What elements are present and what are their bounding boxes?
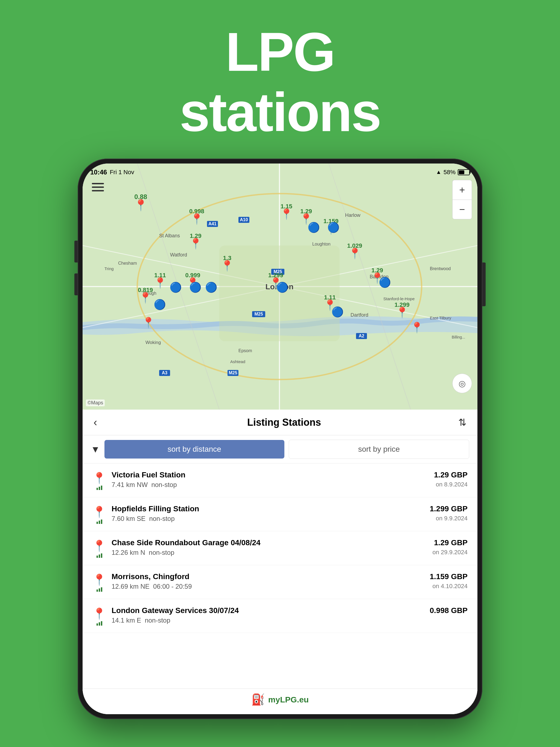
tab-bar-text: myLPG.eu <box>268 695 309 704</box>
station-list-container: ‹ Listing Stations ⇅ ▼ sort by distance … <box>82 410 478 714</box>
station-price-2: 1.29 GBP <box>433 538 467 547</box>
map-marker-blue-6[interactable]: 🔵 <box>276 282 288 293</box>
zoom-out-button[interactable]: − <box>452 200 472 219</box>
map-marker-13[interactable]: 0.819 📍 <box>138 287 153 302</box>
map-marker-blue-2[interactable]: 🔵 <box>327 223 339 232</box>
page-title: Listing Stations <box>247 417 321 428</box>
station-item-4[interactable]: 📍 London Gateway Services 30/07/24 14.1 … <box>82 599 478 633</box>
pin-icon-1: 📍 <box>93 506 106 518</box>
map-attribution: ©Maps <box>86 400 105 406</box>
station-info-1: Hopfields Filling Station 7.60 km SE non… <box>111 505 430 522</box>
station-price-info-4: 0.998 GBP <box>430 606 467 617</box>
map-marker-blue-9[interactable]: 🔵 <box>154 299 166 310</box>
svg-text:Watford: Watford <box>170 252 187 258</box>
location-icon: ◎ <box>459 379 466 388</box>
map-marker-6[interactable]: 1.029 📍 <box>347 242 362 258</box>
station-price-info-3: 1.159 GBP on 4.10.2024 <box>430 572 467 590</box>
svg-text:Ashtead: Ashtead <box>230 359 245 364</box>
station-meta-3: 12.69 km NE 06:00 - 20:59 <box>111 583 430 590</box>
zoom-in-button[interactable]: + <box>452 180 472 200</box>
filter-icon[interactable]: ▼ <box>91 444 100 455</box>
map-marker-blue-8[interactable]: 🔵 <box>331 306 344 318</box>
hamburger-line-3 <box>92 190 104 191</box>
device-screen: London Watford Slough Loughton Basildon … <box>82 163 478 714</box>
map-marker-0[interactable]: 0.88 📍 <box>134 193 148 209</box>
map-marker-8[interactable]: 1.11 📍 <box>154 272 167 287</box>
svg-text:Dartford: Dartford <box>351 312 368 318</box>
svg-text:Epsom: Epsom <box>238 349 252 353</box>
map-marker-16[interactable]: 📍 <box>410 324 423 332</box>
station-item-3[interactable]: 📍 Morrisons, Chingford 12.69 km NE 06:00… <box>82 565 478 599</box>
station-icon-2: 📍 <box>93 539 106 558</box>
station-item-0[interactable]: 📍 Victoria Fuel Station 7.41 km NW non-s… <box>82 463 478 497</box>
battery-icon <box>458 169 470 175</box>
hamburger-menu-button[interactable] <box>88 177 108 197</box>
svg-text:Harlow: Harlow <box>345 212 361 218</box>
station-meta-1: 7.60 km SE non-stop <box>111 515 430 522</box>
svg-text:St Albans: St Albans <box>159 233 180 238</box>
map-marker-blue-4[interactable]: 🔵 <box>189 282 202 293</box>
svg-text:Chesham: Chesham <box>118 261 137 265</box>
svg-text:Tring: Tring <box>104 266 114 271</box>
station-name-0: Victoria Fuel Station <box>111 470 434 479</box>
status-date: Fri 1 Nov <box>110 169 134 176</box>
station-date-0: on 8.9.2024 <box>434 481 467 488</box>
svg-text:A41: A41 <box>208 222 216 226</box>
filter-sort-row: ▼ sort by distance sort by price <box>82 435 478 463</box>
map-marker-blue-7[interactable]: 🔵 <box>379 277 391 288</box>
map-marker-blue-1[interactable]: 🔵 <box>308 223 320 232</box>
location-button[interactable]: ◎ <box>452 374 472 393</box>
station-info-2: Chase Side Roundabout Garage 04/08/24 12… <box>111 538 433 557</box>
station-icon-1: 📍 <box>93 506 106 524</box>
battery-percent: 58% <box>443 169 456 176</box>
wifi-icon: ▲ <box>436 169 441 175</box>
station-item-1[interactable]: 📍 Hopfields Filling Station 7.60 km SE n… <box>82 497 478 531</box>
map-marker-3[interactable]: 1.15 📍 <box>280 203 293 218</box>
pin-icon-0: 📍 <box>93 472 106 485</box>
svg-text:A10: A10 <box>240 217 248 222</box>
tab-bar: ⛽ myLPG.eu <box>82 689 478 714</box>
status-time: 10:46 <box>90 169 107 176</box>
station-meta-4: 14.1 km E non-stop <box>111 617 430 624</box>
pin-icon-2: 📍 <box>93 539 106 552</box>
station-price-info-0: 1.29 GBP on 8.9.2024 <box>434 470 467 488</box>
map-container: London Watford Slough Loughton Basildon … <box>82 163 478 410</box>
map-marker-blue-5[interactable]: 🔵 <box>205 282 218 293</box>
map-marker-14[interactable]: 📍 <box>142 318 155 327</box>
station-date-3: on 4.10.2024 <box>430 583 467 590</box>
tab-bar-logo[interactable]: ⛽ myLPG.eu <box>251 693 309 706</box>
device-frame: London Watford Slough Loughton Basildon … <box>78 159 482 719</box>
map-marker-15[interactable]: 1.299 📍 <box>394 301 410 317</box>
svg-text:Brentwood: Brentwood <box>430 266 451 271</box>
volume-up-button[interactable] <box>74 241 78 262</box>
map-marker-4[interactable]: 1.29 📍 <box>300 208 312 223</box>
station-info-4: London Gateway Services 30/07/24 14.1 km… <box>111 606 430 624</box>
sort-by-distance-button[interactable]: sort by distance <box>104 440 284 459</box>
sort-by-price-button[interactable]: sort by price <box>289 440 469 459</box>
station-item-2[interactable]: 📍 Chase Side Roundabout Garage 04/08/24 … <box>82 531 478 565</box>
station-meta-0: 7.41 km NW non-stop <box>111 481 434 489</box>
svg-text:A3: A3 <box>162 370 168 375</box>
volume-down-button[interactable] <box>74 274 78 295</box>
station-name-1: Hopfields Filling Station <box>111 505 430 513</box>
station-price-info-2: 1.29 GBP on 29.9.2024 <box>433 538 467 556</box>
sort-icon-button[interactable]: ⇅ <box>458 417 466 428</box>
station-name-3: Morrisons, Chingford <box>111 572 430 581</box>
svg-text:Stanford-le-Hope: Stanford-le-Hope <box>383 297 414 301</box>
station-icon-0: 📍 <box>93 472 106 490</box>
svg-text:Loughton: Loughton <box>312 242 331 247</box>
map-marker-1[interactable]: 0.998 📍 <box>189 208 204 223</box>
svg-text:M25: M25 <box>254 312 263 316</box>
hamburger-line-1 <box>92 183 104 184</box>
station-info-3: Morrisons, Chingford 12.69 km NE 06:00 -… <box>111 572 430 590</box>
svg-rect-8 <box>219 246 339 341</box>
map-marker-blue-3[interactable]: 🔵 <box>170 282 182 293</box>
pin-icon-3: 📍 <box>93 573 106 586</box>
map-marker-2[interactable]: 1.29 📍 <box>189 232 202 248</box>
map-marker-7[interactable]: 1.3 📍 <box>221 255 233 270</box>
back-button[interactable]: ‹ <box>94 416 110 429</box>
station-price-3: 1.159 GBP <box>430 572 467 581</box>
power-button[interactable] <box>482 262 486 306</box>
map-zoom-controls: + − <box>452 180 472 219</box>
station-name-4: London Gateway Services 30/07/24 <box>111 606 430 615</box>
